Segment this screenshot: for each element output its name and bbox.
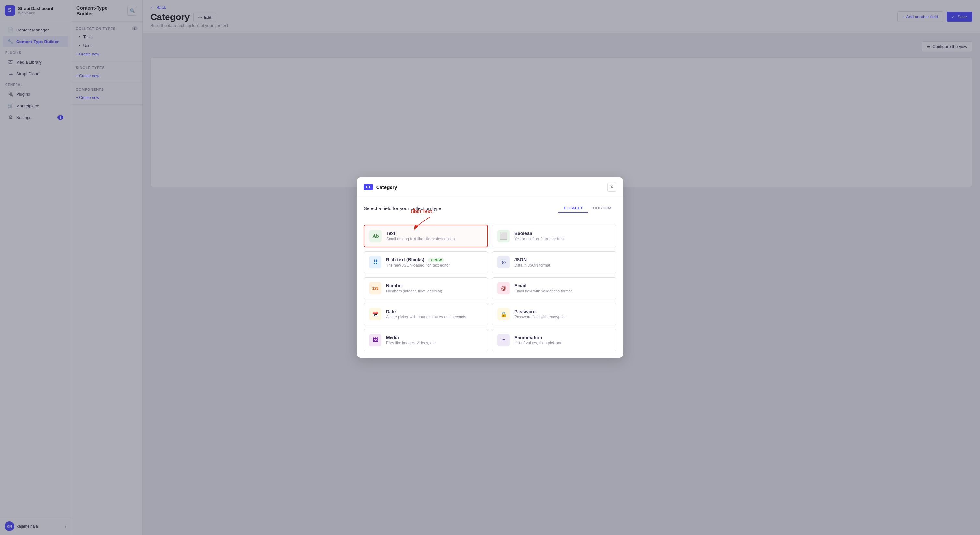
field-grid: Ab Text Small or long text like title or… bbox=[364, 225, 616, 351]
json-field-icon: {·} bbox=[498, 256, 510, 269]
text-field-name: Text bbox=[386, 231, 455, 236]
email-field-icon: @ bbox=[498, 282, 510, 295]
modal-subtitle-row: Select a field for your collection type … bbox=[364, 204, 616, 213]
field-card-json[interactable]: {·} JSON Data in JSON format bbox=[492, 251, 616, 273]
modal-overlay: CT Category × Select a field for your co… bbox=[0, 0, 980, 535]
modal-title-row: CT Category bbox=[364, 184, 397, 190]
number-field-icon: 123 bbox=[369, 282, 382, 295]
password-field-desc: Password field with encryption bbox=[514, 315, 566, 319]
date-field-name: Date bbox=[386, 309, 466, 314]
tab-custom[interactable]: CUSTOM bbox=[588, 204, 616, 213]
enumeration-field-name: Enumeration bbox=[514, 335, 562, 340]
media-field-name: Media bbox=[386, 335, 436, 340]
field-card-date[interactable]: 📅 Date A date picker with hours, minutes… bbox=[364, 303, 488, 325]
boolean-field-icon: ⬜ bbox=[498, 230, 510, 242]
email-field-name: Email bbox=[514, 283, 572, 288]
number-field-desc: Numbers (integer, float, decimal) bbox=[386, 289, 442, 293]
field-card-email[interactable]: @ Email Email field with validations for… bbox=[492, 277, 616, 299]
modal-subtitle: Select a field for your collection type bbox=[364, 205, 441, 211]
email-field-desc: Email field with validations format bbox=[514, 289, 572, 293]
rich-text-field-desc: The new JSON-based rich text editor bbox=[386, 263, 450, 268]
number-field-name: Number bbox=[386, 283, 442, 288]
media-field-desc: Files like images, videos, etc bbox=[386, 341, 436, 346]
modal-tabs: DEFAULT CUSTOM bbox=[558, 204, 616, 213]
rich-text-field-name: Rich text (Blocks) ✦ NEW bbox=[386, 257, 450, 262]
modal-close-button[interactable]: × bbox=[607, 183, 616, 192]
field-card-password[interactable]: 🔒 Password Password field with encryptio… bbox=[492, 303, 616, 325]
text-field-desc: Small or long text like title or descrip… bbox=[386, 237, 455, 241]
date-field-icon: 📅 bbox=[369, 308, 382, 320]
boolean-field-desc: Yes or no, 1 or 0, true or false bbox=[514, 237, 565, 241]
field-card-media[interactable]: 🖼 Media Files like images, videos, etc bbox=[364, 329, 488, 351]
field-card-rich-text[interactable]: ⠿ Rich text (Blocks) ✦ NEW The new JSON-… bbox=[364, 251, 488, 273]
field-card-enumeration[interactable]: ≡ Enumeration List of values, then pick … bbox=[492, 329, 616, 351]
password-field-icon: 🔒 bbox=[498, 308, 510, 320]
modal-dialog: CT Category × Select a field for your co… bbox=[357, 177, 623, 358]
field-card-boolean[interactable]: ⬜ Boolean Yes or no, 1 or 0, true or fal… bbox=[492, 225, 616, 247]
enumeration-field-desc: List of values, then pick one bbox=[514, 341, 562, 346]
boolean-field-name: Boolean bbox=[514, 231, 565, 236]
date-field-desc: A date picker with hours, minutes and se… bbox=[386, 315, 466, 319]
modal-body: Select a field for your collection type … bbox=[357, 197, 623, 358]
password-field-name: Password bbox=[514, 309, 566, 314]
enumeration-field-icon: ≡ bbox=[498, 334, 510, 346]
json-field-desc: Data in JSON format bbox=[514, 263, 550, 268]
field-card-text[interactable]: Ab Text Small or long text like title or… bbox=[364, 225, 488, 247]
modal-title: Category bbox=[376, 185, 397, 190]
media-field-icon: 🖼 bbox=[369, 334, 382, 346]
text-field-icon: Ab bbox=[369, 230, 382, 242]
new-badge: ✦ NEW bbox=[428, 258, 444, 262]
field-card-number[interactable]: 123 Number Numbers (integer, float, deci… bbox=[364, 277, 488, 299]
tab-default[interactable]: DEFAULT bbox=[558, 204, 588, 213]
modal-header: CT Category × bbox=[357, 177, 623, 197]
rich-text-field-icon: ⠿ bbox=[369, 256, 382, 269]
json-field-name: JSON bbox=[514, 257, 550, 262]
modal-ct-badge: CT bbox=[364, 184, 373, 190]
